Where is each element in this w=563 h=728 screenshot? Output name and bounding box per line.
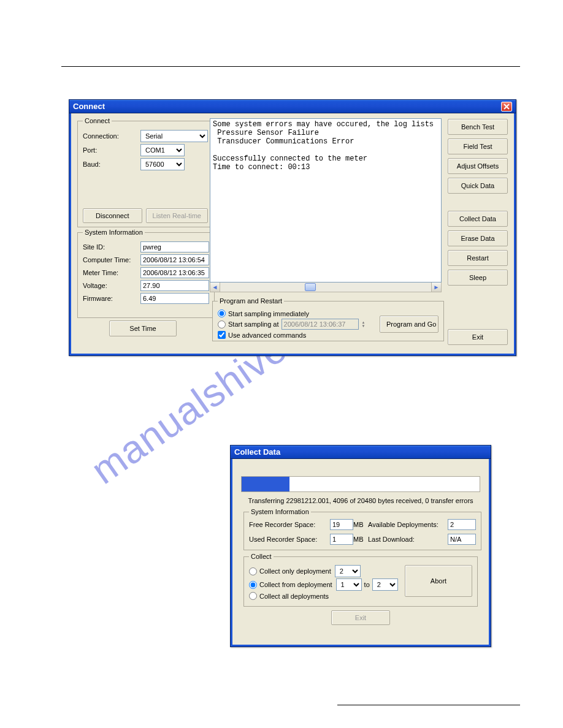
free-space-field[interactable] xyxy=(330,519,353,530)
connect-window: Connect Connect Connection: Serial Port:… xyxy=(69,99,516,356)
baud-label: Baud: xyxy=(83,161,140,168)
free-space-label: Free Recorder Space: xyxy=(249,521,330,528)
field-test-button[interactable]: Field Test xyxy=(448,138,508,154)
mb-label-1: MB xyxy=(353,521,368,528)
connect-group: Connect Connection: Serial Port: COM1 Ba… xyxy=(77,117,213,227)
collect-sysinfo-legend: System Information xyxy=(249,508,311,515)
last-download-field[interactable] xyxy=(448,534,476,545)
close-icon[interactable] xyxy=(501,102,512,112)
sysinfo-legend: System Information xyxy=(83,229,145,236)
meter-time-field[interactable] xyxy=(140,267,209,278)
site-id-field[interactable] xyxy=(140,241,209,252)
collect-only-radio[interactable]: Collect only deployment 2 xyxy=(249,565,405,577)
quick-data-button[interactable]: Quick Data xyxy=(448,178,508,194)
connect-titlebar[interactable]: Connect xyxy=(69,100,516,113)
collect-exit-button: Exit xyxy=(331,610,390,625)
voltage-field[interactable] xyxy=(140,280,209,291)
spinner-down-icon[interactable]: ▼ xyxy=(362,324,366,328)
erase-data-button[interactable]: Erase Data xyxy=(448,230,508,246)
use-advanced-checkbox[interactable]: Use advanced commands xyxy=(218,331,380,339)
meter-time-label: Meter Time: xyxy=(83,269,140,276)
collect-only-select[interactable]: 2 xyxy=(335,565,361,577)
sleep-button[interactable]: Sleep xyxy=(448,270,508,286)
voltage-label: Voltage: xyxy=(83,282,140,289)
avail-deploy-field[interactable] xyxy=(448,519,476,530)
site-id-label: Site ID: xyxy=(83,243,140,251)
start-immediately-radio[interactable]: Start sampling immediately xyxy=(218,309,380,317)
disconnect-button[interactable]: Disconnect xyxy=(83,208,142,223)
log-scrollbar[interactable]: ◄ ► xyxy=(210,282,442,292)
connection-select[interactable]: Serial xyxy=(140,130,208,142)
avail-deploy-label: Available Deployments: xyxy=(368,521,448,528)
scroll-left-icon[interactable]: ◄ xyxy=(210,282,220,292)
program-and-go-button[interactable]: Program and Go xyxy=(380,316,439,333)
sysinfo-group: System Information Site ID: Computer Tim… xyxy=(77,229,215,318)
program-restart-group: Program and Restart Start sampling immed… xyxy=(212,297,444,341)
connection-label: Connection: xyxy=(83,132,140,140)
scroll-right-icon[interactable]: ► xyxy=(431,282,441,292)
collect-title: Collect Data xyxy=(234,446,280,459)
firmware-field[interactable] xyxy=(140,293,209,304)
collect-all-radio[interactable]: Collect all deployments xyxy=(249,592,405,600)
progress-fill xyxy=(242,477,289,491)
program-restart-legend: Program and Restart xyxy=(218,297,284,305)
collect-from-radio[interactable]: Collect from deployment 1 to 2 xyxy=(249,578,405,591)
bench-test-button[interactable]: Bench Test xyxy=(448,119,508,135)
last-download-label: Last Download: xyxy=(368,536,448,543)
collect-data-button[interactable]: Collect Data xyxy=(448,211,508,227)
start-at-radio[interactable]: Start sampling at ▲ ▼ xyxy=(218,319,380,330)
computer-time-field[interactable] xyxy=(140,254,209,265)
used-space-label: Used Recorder Space: xyxy=(249,536,330,543)
abort-button[interactable]: Abort xyxy=(405,565,472,597)
adjust-offsets-button[interactable]: Adjust Offsets xyxy=(448,158,508,174)
set-time-button[interactable]: Set Time xyxy=(109,320,177,336)
side-buttons: Bench Test Field Test Adjust Offsets Qui… xyxy=(448,117,508,287)
collect-titlebar[interactable]: Collect Data xyxy=(231,446,491,459)
connect-legend: Connect xyxy=(83,117,112,124)
collect-to-select[interactable]: 2 xyxy=(372,578,398,591)
baud-select[interactable]: 57600 xyxy=(140,158,185,170)
collect-from-select[interactable]: 1 xyxy=(336,578,362,591)
collect-legend: Collect xyxy=(249,553,274,560)
listen-realtime-button: Listen Real-time xyxy=(146,208,208,223)
collect-group: Collect Collect only deployment 2 Collec… xyxy=(243,553,478,607)
exit-button[interactable]: Exit xyxy=(448,329,508,345)
restart-button[interactable]: Restart xyxy=(448,250,508,266)
log-textarea[interactable]: Some system errors may have occured, the… xyxy=(210,118,442,282)
progress-bar xyxy=(241,476,480,492)
computer-time-label: Computer Time: xyxy=(83,256,140,264)
mb-label-2: MB xyxy=(353,536,368,543)
used-space-field[interactable] xyxy=(330,534,353,545)
transfer-status: Transferring 22981212.001, 4096 of 20480… xyxy=(241,497,480,504)
collect-sysinfo-group: System Information Free Recorder Space: … xyxy=(243,508,481,550)
to-label: to xyxy=(364,581,370,588)
port-select[interactable]: COM1 xyxy=(140,144,185,156)
port-label: Port: xyxy=(83,146,140,154)
collect-data-window: Collect Data Transferring 22981212.001, … xyxy=(230,445,491,647)
connect-title: Connect xyxy=(73,100,105,113)
firmware-label: Firmware: xyxy=(83,295,140,302)
start-at-datetime xyxy=(282,319,359,330)
